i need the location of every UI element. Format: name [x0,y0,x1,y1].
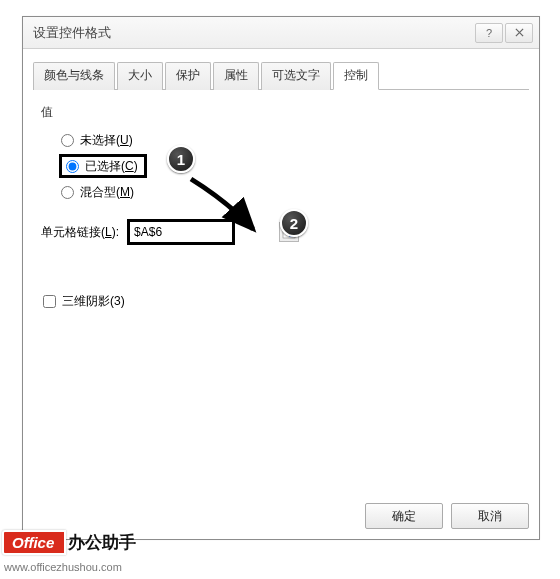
cell-link-input[interactable] [130,223,232,241]
close-button[interactable] [505,23,533,43]
shadow-row[interactable]: 三维阴影(3) [41,293,521,310]
radio-selected-highlight: 已选择(C) [59,154,147,178]
dialog-title: 设置控件格式 [33,24,473,42]
watermark-url: www.officezhushou.com [4,561,122,573]
tab-strip: 颜色与线条 大小 保护 属性 可选文字 控制 [33,61,529,90]
close-icon [515,28,524,37]
radio-selected-row[interactable]: 已选择(C) [59,155,521,177]
radio-mixed[interactable] [61,186,74,199]
radio-mixed-label: 混合型(M) [80,184,134,201]
ok-button[interactable]: 确定 [365,503,443,529]
watermark-badge: Office 办公助手 [2,530,136,555]
radio-unselected-label: 未选择(U) [80,132,133,149]
shadow-label: 三维阴影(3) [62,293,125,310]
tab-protection[interactable]: 保护 [165,62,211,90]
tab-alt-text[interactable]: 可选文字 [261,62,331,90]
cancel-button[interactable]: 取消 [451,503,529,529]
format-control-dialog: 设置控件格式 ? 颜色与线条 大小 保护 属性 可选文字 控制 值 未选择(U) [22,16,540,540]
callout-1: 1 [167,145,195,173]
dialog-titlebar: 设置控件格式 ? [23,17,539,49]
tab-control[interactable]: 控制 [333,62,379,90]
tab-color-lines[interactable]: 颜色与线条 [33,62,115,90]
radio-selected[interactable] [66,160,79,173]
tab-size[interactable]: 大小 [117,62,163,90]
callout-2: 2 [280,209,308,237]
tab-properties[interactable]: 属性 [213,62,259,90]
tab-content: 值 未选择(U) 已选择(C) 混合型(M) [23,90,539,320]
watermark-brand: Office [2,530,66,555]
radio-unselected-row[interactable]: 未选择(U) [59,129,521,151]
watermark-suffix: 办公助手 [68,531,136,554]
value-radio-group: 未选择(U) 已选择(C) 混合型(M) [41,129,521,203]
cell-link-highlight [127,219,235,245]
cell-link-label: 单元格链接(L): [41,224,119,241]
radio-mixed-row[interactable]: 混合型(M) [59,181,521,203]
radio-unselected[interactable] [61,134,74,147]
value-section-label: 值 [41,104,521,121]
help-button[interactable]: ? [475,23,503,43]
shadow-checkbox[interactable] [43,295,56,308]
dialog-buttons: 确定 取消 [365,503,529,529]
radio-selected-label: 已选择(C) [85,158,138,175]
